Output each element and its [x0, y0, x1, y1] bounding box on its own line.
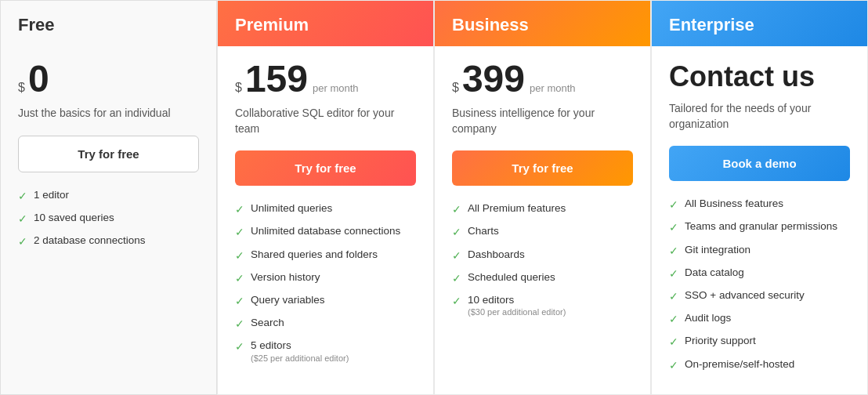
- feature-text: Unlimited database connections: [251, 224, 400, 238]
- feature-item: ✓Data catalog: [669, 266, 850, 281]
- feature-item: ✓10 saved queries: [18, 211, 199, 226]
- feature-item: ✓Dashboards: [452, 248, 633, 263]
- price-period-premium: per month: [313, 82, 359, 94]
- feature-sub-text: ($25 per additional editor): [251, 353, 349, 364]
- feature-text: Charts: [468, 224, 499, 238]
- feature-item: ✓Scheduled queries: [452, 270, 633, 285]
- feature-text: 10 editors($30 per additional editor): [468, 293, 566, 318]
- features-list-business: ✓All Premium features✓Charts✓Dashboards✓…: [452, 201, 633, 318]
- plan-description-business: Business intelligence for your company: [452, 106, 633, 136]
- check-icon: ✓: [18, 212, 27, 226]
- plan-card-premium: Premium$159per monthCollaborative SQL ed…: [217, 0, 434, 395]
- check-icon: ✓: [669, 289, 678, 303]
- plan-header-premium: Premium: [218, 1, 433, 46]
- price-row-free: $0: [18, 60, 199, 98]
- enterprise-contact-text: Contact us: [669, 60, 850, 93]
- feature-text: Unlimited queries: [251, 201, 332, 216]
- check-icon: ✓: [18, 234, 27, 248]
- feature-item: ✓Teams and granular permissions: [669, 219, 850, 234]
- plan-name-free: Free: [18, 15, 199, 35]
- pricing-container: Free$0Just the basics for an individualT…: [0, 0, 868, 395]
- plan-card-business: Business$399per monthBusiness intelligen…: [434, 0, 651, 395]
- plan-body-business: $399per monthBusiness intelligence for y…: [435, 46, 650, 394]
- check-icon: ✓: [235, 317, 244, 331]
- check-icon: ✓: [669, 266, 678, 281]
- feature-item: ✓All Premium features: [452, 201, 633, 216]
- check-icon: ✓: [235, 339, 244, 353]
- plan-description-premium: Collaborative SQL editor for your team: [235, 106, 416, 136]
- plan-description-enterprise: Tailored for the needs of your organizat…: [669, 101, 850, 132]
- price-row-business: $399per month: [452, 60, 633, 98]
- feature-item: ✓All Business features: [669, 197, 850, 212]
- check-icon: ✓: [669, 198, 678, 212]
- cta-button-free[interactable]: Try for free: [18, 136, 199, 172]
- features-list-premium: ✓Unlimited queries✓Unlimited database co…: [235, 201, 416, 364]
- plan-card-enterprise: EnterpriseContact usTailored for the nee…: [651, 0, 868, 395]
- feature-text: Data catalog: [685, 266, 744, 280]
- feature-text: Query variables: [251, 293, 325, 307]
- feature-text: All Premium features: [468, 201, 566, 216]
- feature-item: ✓5 editors($25 per additional editor): [235, 339, 416, 364]
- plan-body-free: $0Just the basics for an individualTry f…: [1, 46, 216, 394]
- feature-item: ✓Charts: [452, 224, 633, 239]
- feature-item: ✓On-premise/self-hosted: [669, 357, 850, 372]
- feature-item: ✓Priority support: [669, 334, 850, 349]
- feature-item: ✓Query variables: [235, 293, 416, 308]
- feature-item: ✓Git integration: [669, 243, 850, 258]
- check-icon: ✓: [452, 248, 461, 263]
- feature-text: Priority support: [685, 334, 756, 348]
- price-symbol-premium: $: [235, 81, 242, 95]
- check-icon: ✓: [235, 225, 244, 239]
- plan-description-free: Just the basics for an individual: [18, 106, 199, 121]
- check-icon: ✓: [452, 225, 461, 239]
- plan-header-business: Business: [435, 1, 650, 46]
- plan-body-enterprise: Contact usTailored for the needs of your…: [652, 46, 867, 394]
- check-icon: ✓: [669, 312, 678, 326]
- check-icon: ✓: [452, 294, 461, 308]
- plan-header-free: Free: [1, 1, 216, 46]
- price-row-premium: $159per month: [235, 60, 416, 98]
- check-icon: ✓: [669, 358, 678, 372]
- price-symbol-free: $: [18, 81, 25, 95]
- feature-text: On-premise/self-hosted: [685, 357, 794, 371]
- cta-button-premium[interactable]: Try for free: [235, 150, 416, 186]
- feature-text: All Business features: [685, 197, 783, 211]
- price-amount-business: 399: [462, 60, 525, 98]
- plan-card-free: Free$0Just the basics for an individualT…: [0, 0, 217, 395]
- feature-text: Version history: [251, 270, 320, 284]
- check-icon: ✓: [235, 248, 244, 263]
- feature-text: Dashboards: [468, 248, 525, 262]
- feature-text: Scheduled queries: [468, 270, 555, 284]
- check-icon: ✓: [235, 294, 244, 308]
- feature-item: ✓SSO + advanced security: [669, 288, 850, 303]
- feature-text: Teams and granular permissions: [685, 219, 837, 234]
- check-icon: ✓: [452, 202, 461, 216]
- feature-text: 10 saved queries: [34, 211, 114, 225]
- plan-name-enterprise: Enterprise: [669, 15, 850, 35]
- feature-item: ✓2 database connections: [18, 234, 199, 248]
- feature-sub-text: ($30 per additional editor): [468, 306, 566, 317]
- cta-button-enterprise[interactable]: Book a demo: [669, 146, 850, 181]
- check-icon: ✓: [18, 189, 27, 203]
- feature-item: ✓Audit logs: [669, 311, 850, 326]
- cta-button-business[interactable]: Try for free: [452, 150, 633, 186]
- feature-text: Shared queries and folders: [251, 248, 378, 262]
- check-icon: ✓: [669, 335, 678, 349]
- price-amount-premium: 159: [245, 60, 308, 98]
- price-period-business: per month: [530, 82, 576, 94]
- feature-text: 2 database connections: [34, 234, 146, 248]
- feature-item: ✓Search: [235, 316, 416, 331]
- feature-text: 1 editor: [34, 188, 69, 202]
- check-icon: ✓: [452, 271, 461, 285]
- plan-name-business: Business: [452, 15, 633, 35]
- check-icon: ✓: [235, 202, 244, 216]
- feature-item: ✓Version history: [235, 270, 416, 285]
- feature-text: Git integration: [685, 243, 750, 257]
- plan-header-enterprise: Enterprise: [652, 1, 867, 46]
- feature-item: ✓Shared queries and folders: [235, 248, 416, 263]
- feature-text: 5 editors($25 per additional editor): [251, 339, 349, 364]
- check-icon: ✓: [669, 220, 678, 234]
- plan-name-premium: Premium: [235, 15, 416, 35]
- feature-text: SSO + advanced security: [685, 288, 805, 303]
- feature-item: ✓10 editors($30 per additional editor): [452, 293, 633, 318]
